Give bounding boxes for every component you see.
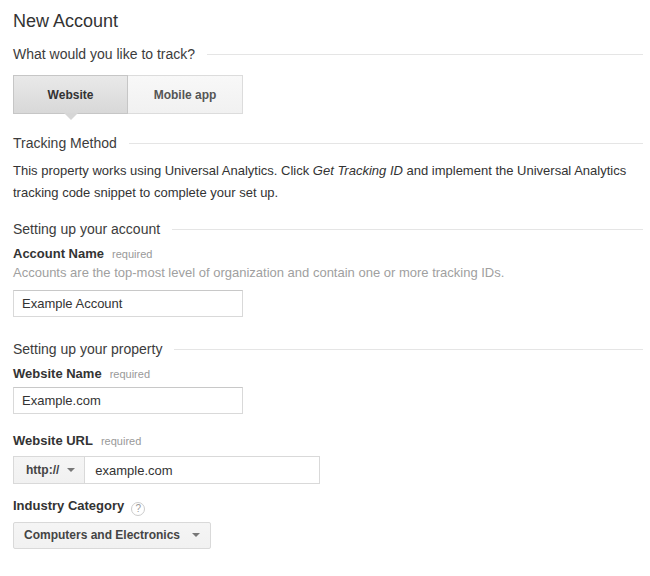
tracking-method-description: This property works using Universal Anal… [13,160,643,204]
website-name-label-row: Website Name required [13,366,643,381]
industry-category-label: Industry Category [13,498,124,513]
website-url-input[interactable] [85,456,320,484]
section-divider [207,54,643,55]
new-account-page: New Account What would you like to track… [0,0,650,576]
tab-website-label: Website [48,88,94,102]
protocol-dropdown[interactable]: http:// [13,456,85,484]
chevron-down-icon [67,468,75,472]
account-name-input[interactable] [13,290,243,317]
website-name-label: Website Name [13,366,102,381]
selected-tab-pointer-icon [64,113,78,120]
protocol-dropdown-value: http:// [26,463,59,477]
section-divider [174,349,643,350]
chevron-down-icon [192,533,200,537]
industry-category-dropdown[interactable]: Computers and Electronics [13,522,211,549]
section-divider [172,229,643,230]
track-type-tabs: Website Mobile app [13,75,643,114]
account-name-help-text: Accounts are the top-most level of organ… [13,265,643,281]
account-name-label-row: Account Name required [13,246,643,261]
website-name-input[interactable] [13,387,243,414]
help-icon[interactable]: ? [131,502,145,516]
section-divider [129,143,643,144]
tab-mobile-app[interactable]: Mobile app [128,75,243,114]
description-part1: This property works using Universal Anal… [13,163,313,178]
industry-category-label-row: Industry Category ? [13,498,643,514]
website-url-group: http:// [13,456,643,484]
website-name-required-badge: required [110,368,150,380]
tracking-method-heading: Tracking Method [13,135,117,151]
description-italic: Get Tracking ID [313,163,403,178]
tracking-method-heading-row: Tracking Method [13,135,643,151]
account-section-heading: Setting up your account [13,221,160,237]
account-name-required-badge: required [112,248,152,260]
industry-category-value: Computers and Electronics [24,528,180,542]
track-section-heading-row: What would you like to track? [13,46,643,62]
property-section-heading: Setting up your property [13,341,162,357]
website-url-label: Website URL [13,433,93,448]
tab-mobile-app-label: Mobile app [154,88,217,102]
website-url-required-badge: required [101,435,141,447]
page-title: New Account [13,10,643,32]
track-section-heading: What would you like to track? [13,46,195,62]
account-name-label: Account Name [13,246,104,261]
website-url-label-row: Website URL required [13,433,643,448]
property-section-heading-row: Setting up your property [13,341,643,357]
account-section-heading-row: Setting up your account [13,221,643,237]
tab-website[interactable]: Website [13,75,128,114]
